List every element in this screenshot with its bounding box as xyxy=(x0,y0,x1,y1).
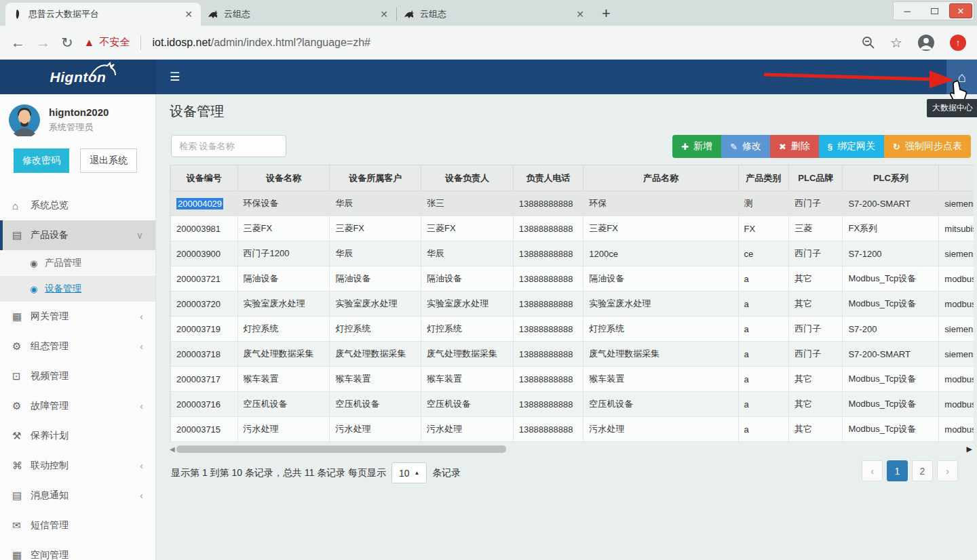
security-warning[interactable]: ▲ 不安全 xyxy=(84,36,130,49)
tab-close-icon[interactable]: ✕ xyxy=(379,9,389,20)
submenu-item-1[interactable]: ◉产品管理 xyxy=(0,250,155,276)
toolbar-button-5[interactable]: ↻强制同步点表 xyxy=(884,135,971,158)
submenu-item-2[interactable]: ◉设备管理 xyxy=(0,276,155,302)
browser-tab-1[interactable]: 思普云大数据平台✕ xyxy=(5,3,201,26)
scrollbar-thumb[interactable] xyxy=(176,445,506,453)
reload-icon[interactable]: ↻ xyxy=(61,35,73,49)
table-row-9[interactable]: 200003716空压机设备空压机设备空压机设备13888888888空压机设备… xyxy=(171,392,974,417)
device-table: 设备编号设备名称设备所属客户设备负责人负责人电话产品名称产品类别PLC品牌PLC… xyxy=(170,165,974,442)
app-navbar: Hignton ☰ ⌂ xyxy=(0,60,977,94)
table-row-6[interactable]: 200003719灯控系统灯控系统灯控系统13888888888灯控系统a西门子… xyxy=(171,317,974,342)
pagination-next-button[interactable]: › xyxy=(937,460,958,481)
table-row-3[interactable]: 200003900西门子1200华辰华辰138888888881200cece西… xyxy=(171,241,974,266)
table-row-4[interactable]: 200003721隔油设备隔油设备隔油设备13888888888隔油设备a其它M… xyxy=(171,266,974,292)
table-cell: siemens_s7tcp_hinet xyxy=(939,342,974,367)
toolbar-button-4[interactable]: §绑定网关 xyxy=(819,135,884,158)
table-row-7[interactable]: 200003718废气处理数据采集废气处理数据采集废气处理数据采集1388888… xyxy=(171,342,974,367)
new-tab-button[interactable]: + xyxy=(602,7,611,20)
table-cell: 200003718 xyxy=(171,342,238,367)
table-cell: S7-200 xyxy=(843,317,939,342)
column-header: 负责人电话 xyxy=(513,165,583,191)
bookmark-star-icon[interactable]: ☆ xyxy=(890,35,902,51)
bigdata-home-button[interactable]: ⌂ xyxy=(946,60,977,94)
user-role: 系统管理员 xyxy=(49,121,109,134)
delete-x-icon: ✖ xyxy=(779,142,786,152)
sidebar-item-7[interactable]: ⚒保养计划 xyxy=(0,421,155,451)
scroll-right-arrow-icon[interactable]: ▶ xyxy=(967,445,972,454)
sidebar-item-5[interactable]: ⊡视频管理 xyxy=(0,361,155,391)
table-cell: ce xyxy=(738,241,789,266)
back-icon[interactable]: ← xyxy=(11,35,25,49)
table-cell: a xyxy=(738,266,789,292)
scroll-left-arrow-icon[interactable]: ◀ xyxy=(170,445,175,453)
table-row-8[interactable]: 200003717猴车装置猴车装置猴车装置13888888888猴车装置a其它M… xyxy=(171,367,974,392)
table-cell: 13888888888 xyxy=(513,216,583,241)
sidebar-item-3[interactable]: ▦网关管理‹ xyxy=(0,302,155,332)
table-cell: 隔油设备 xyxy=(583,266,738,292)
url-field[interactable]: iot.idosp.net/admin/index.html?language=… xyxy=(152,37,370,49)
table-cell: 猴车装置 xyxy=(583,367,738,392)
toolbar-button-2[interactable]: ✎修改 xyxy=(721,135,770,158)
table-row-10[interactable]: 200003715污水处理污水处理污水处理13888888888污水处理a其它M… xyxy=(171,417,974,442)
browser-tab-3[interactable]: 云组态✕ xyxy=(397,3,592,26)
table-row-5[interactable]: 200003720实验室废水处理实验室废水处理实验室废水处理1388888888… xyxy=(171,292,974,317)
table-cell: FX xyxy=(738,216,789,241)
table-row-1[interactable]: 200004029环保设备华辰张三13888888888环保测西门子S7-200… xyxy=(171,191,974,216)
app-logo: Hignton xyxy=(0,60,156,94)
tab-close-icon[interactable]: ✕ xyxy=(575,9,586,20)
column-header: 产品名称 xyxy=(583,165,738,191)
table-cell: a xyxy=(738,292,789,317)
sidebar-item-6[interactable]: ⚙故障管理‹ xyxy=(0,391,155,421)
table-cell: 13888888888 xyxy=(513,241,583,266)
table-cell: 隔油设备 xyxy=(330,266,421,292)
monitor-icon: ⊡ xyxy=(12,370,31,382)
column-header: 设备编号 xyxy=(171,165,238,191)
window-close-button[interactable]: ✕ xyxy=(949,3,972,18)
sidebar-item-11[interactable]: ▦空间管理 xyxy=(0,540,155,560)
user-panel: hignton2020 系统管理员 xyxy=(0,94,155,140)
tab-close-icon[interactable]: ✕ xyxy=(183,9,194,20)
window-minimize-button[interactable]: ─ xyxy=(894,2,921,20)
table-cell: Modbus_Tcp设备 xyxy=(843,392,939,417)
pagination-prev-button[interactable]: ‹ xyxy=(862,460,883,481)
window-restore-button[interactable] xyxy=(921,2,948,20)
toolbar-button-3[interactable]: ✖删除 xyxy=(770,135,819,158)
table-cell: 西门子1200 xyxy=(237,241,330,266)
forward-icon[interactable]: → xyxy=(36,35,50,49)
restore-icon xyxy=(931,8,938,14)
sidebar-toggle-button[interactable]: ☰ xyxy=(164,60,185,94)
table-cell: 三菱 xyxy=(789,216,843,241)
table-cell: 华辰 xyxy=(330,191,421,216)
pagination: ‹12› xyxy=(862,460,958,481)
table-cell: a xyxy=(738,392,789,417)
sidebar: hignton2020 系统管理员 修改密码 退出系统 ⌂系统总览▤产品设备∨◉… xyxy=(0,94,156,560)
table-cell: 其它 xyxy=(789,292,843,317)
pagination-page-1[interactable]: 1 xyxy=(887,460,908,481)
table-cell: 华辰 xyxy=(421,241,514,266)
table-row-2[interactable]: 200003981三菱FX三菱FX三菱FX13888888888三菱FXFX三菱… xyxy=(171,216,974,241)
sidebar-item-10[interactable]: ✉短信管理 xyxy=(0,511,155,540)
table-cell: 空压机设备 xyxy=(330,392,421,417)
change-password-button[interactable]: 修改密码 xyxy=(14,148,69,173)
sidebar-item-4[interactable]: ⚙组态管理‹ xyxy=(0,332,155,361)
zoom-out-icon[interactable] xyxy=(862,36,875,49)
pagination-page-2[interactable]: 2 xyxy=(912,460,933,481)
sidebar-item-2[interactable]: ▤产品设备∨ xyxy=(0,220,155,250)
sidebar-item-label: 空间管理 xyxy=(31,549,69,560)
toolbar-button-label: 绑定网关 xyxy=(837,140,875,153)
sidebar-item-9[interactable]: ▤消息通知‹ xyxy=(0,481,155,511)
table-cell: 200003715 xyxy=(171,417,238,442)
plus-icon: ✚ xyxy=(681,142,689,152)
page-size-select[interactable]: 10 ▲ xyxy=(391,462,427,483)
device-search-input[interactable] xyxy=(171,135,286,157)
sidebar-item-8[interactable]: ⌘联动控制‹ xyxy=(0,451,155,481)
profile-avatar-icon[interactable] xyxy=(917,34,935,52)
table-cell: 13888888888 xyxy=(513,342,583,367)
browser-tab-2[interactable]: 云组态✕ xyxy=(201,3,396,26)
sidebar-item-label: 故障管理 xyxy=(31,400,69,412)
sidebar-item-1[interactable]: ⌂系统总览 xyxy=(0,191,155,220)
update-icon[interactable]: ↑ xyxy=(950,35,966,51)
table-cell: 实验室废水处理 xyxy=(330,292,421,317)
toolbar-button-1[interactable]: ✚新增 xyxy=(672,135,721,158)
logout-button[interactable]: 退出系统 xyxy=(80,148,137,173)
